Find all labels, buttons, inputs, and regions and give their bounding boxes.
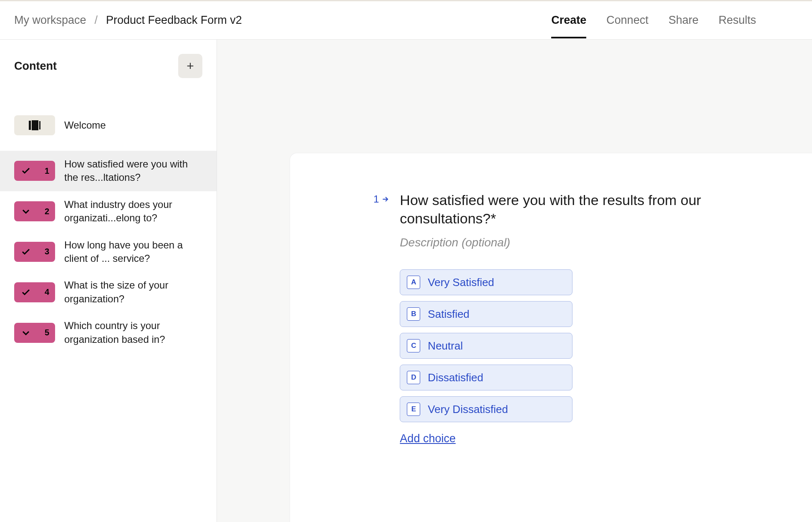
breadcrumb: My workspace / Product Feedback Form v2 [14, 14, 242, 27]
chevron-down-icon [21, 206, 31, 216]
question-title-input[interactable]: How satisfied were you with the results … [400, 191, 787, 228]
choice-option[interactable]: A Very Satisfied [400, 269, 572, 295]
choice-option[interactable]: B Satisfied [400, 301, 572, 327]
question-number-indicator: 1 [373, 191, 390, 205]
welcome-screen-icon [14, 115, 55, 135]
choice-key: A [407, 276, 420, 289]
choice-key: C [407, 339, 420, 352]
sidebar-item-q1[interactable]: 1 How satisfied were you with the res...… [0, 151, 217, 191]
check-icon [21, 166, 31, 176]
question-number: 5 [45, 328, 49, 337]
sidebar-header: Content + [0, 40, 217, 88]
sidebar-title: Content [14, 60, 57, 73]
add-choice-button[interactable]: Add choice [400, 432, 456, 445]
tab-connect[interactable]: Connect [606, 2, 648, 38]
choice-option[interactable]: C Neutral [400, 333, 572, 359]
editor-canvas: 1 How satisfied were you with the result… [217, 40, 812, 522]
top-nav: Create Connect Share Results [551, 2, 798, 38]
question-type-badge: 4 [14, 282, 55, 302]
tab-results[interactable]: Results [719, 2, 756, 38]
question-number: 3 [45, 247, 49, 256]
choice-text[interactable]: Neutral [428, 340, 463, 352]
sidebar-item-q5[interactable]: 5 Which country is your organization bas… [0, 312, 217, 353]
header-bar: My workspace / Product Feedback Form v2 … [0, 0, 812, 40]
arrow-right-icon [381, 195, 390, 203]
question-number: 2 [45, 207, 49, 216]
choice-text[interactable]: Very Dissatisfied [428, 403, 508, 416]
choice-key: B [407, 307, 420, 321]
check-icon [21, 247, 31, 257]
question-type-badge: 5 [14, 323, 55, 343]
sidebar-item-welcome[interactable]: Welcome [0, 107, 217, 143]
question-type-badge: 2 [14, 201, 55, 221]
sidebar-item-label: How long have you been a client of ... s… [64, 238, 202, 266]
breadcrumb-title[interactable]: Product Feedback Form v2 [106, 14, 242, 27]
sidebar-item-q2[interactable]: 2 What industry does your organizati...e… [0, 191, 217, 232]
choice-key: D [407, 371, 420, 384]
question-description-input[interactable]: Description (optional) [400, 236, 787, 249]
choices-list: A Very Satisfied B Satisfied C Neutral [400, 269, 572, 422]
tab-share[interactable]: Share [668, 2, 699, 38]
sidebar: Content + Welcome 1 How satisfied were y… [0, 40, 217, 522]
sidebar-item-q3[interactable]: 3 How long have you been a client of ...… [0, 232, 217, 272]
question-number: 1 [45, 166, 49, 176]
question-type-badge: 3 [14, 242, 55, 262]
choice-option[interactable]: D Dissatisfied [400, 365, 572, 390]
choice-key: E [407, 403, 420, 416]
sidebar-item-label: How satisfied were you with the res...lt… [64, 157, 202, 185]
sidebar-item-q4[interactable]: 4 What is the size of your organization? [0, 272, 217, 312]
breadcrumb-separator: / [95, 14, 98, 27]
breadcrumb-workspace[interactable]: My workspace [14, 14, 86, 27]
question-card: 1 How satisfied were you with the result… [290, 153, 812, 522]
add-question-button[interactable]: + [178, 54, 202, 78]
choice-text[interactable]: Dissatisfied [428, 371, 483, 384]
sidebar-item-label: Welcome [64, 119, 202, 132]
choice-text[interactable]: Satisfied [428, 308, 469, 321]
check-icon [21, 287, 31, 297]
sidebar-item-label: What industry does your organizati...elo… [64, 198, 202, 225]
choice-option[interactable]: E Very Dissatisfied [400, 396, 572, 422]
sidebar-item-label: What is the size of your organization? [64, 279, 202, 306]
choice-text[interactable]: Very Satisfied [428, 276, 494, 289]
question-type-badge: 1 [14, 161, 55, 181]
tab-create[interactable]: Create [551, 2, 586, 38]
sidebar-list: Welcome 1 How satisfied were you with th… [0, 88, 217, 353]
sidebar-item-label: Which country is your organization based… [64, 319, 202, 346]
chevron-down-icon [21, 328, 31, 338]
question-number: 4 [45, 287, 49, 297]
